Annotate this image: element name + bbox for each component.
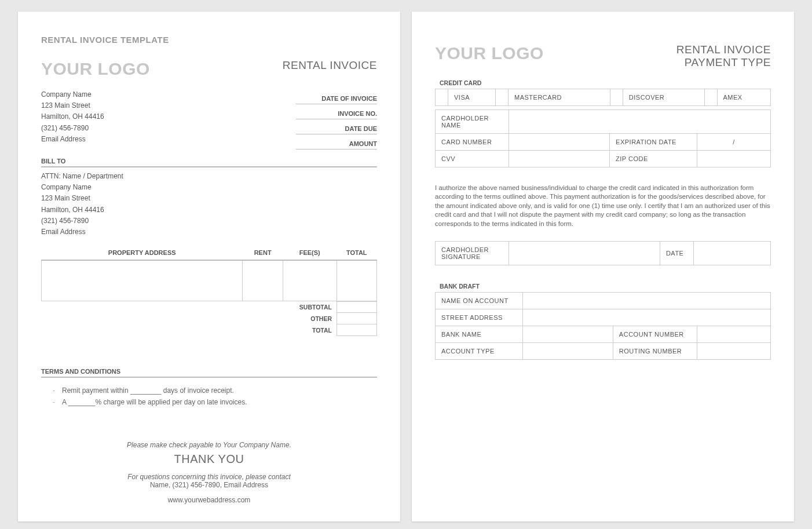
input-expiration-date[interactable]: / [697, 133, 770, 150]
table-row [42, 260, 377, 301]
input-routing-number[interactable] [697, 343, 770, 360]
label-subtotal: SUBTOTAL [295, 301, 336, 313]
card-type-row: VISA MASTERCARD DISCOVER AMEX [435, 89, 771, 106]
title-line-2: PAYMENT TYPE [685, 56, 771, 68]
from-email: Email Address [41, 134, 104, 145]
mastercard-checkbox[interactable] [496, 89, 509, 105]
bill-company: Company Name [41, 182, 377, 193]
bill-to-address: ATTN: Name / Department Company Name 123… [41, 171, 377, 238]
bill-to-label: BILL TO [41, 158, 377, 167]
input-card-number[interactable] [509, 133, 610, 150]
visa-label: VISA [448, 89, 496, 105]
bill-email: Email Address [41, 227, 377, 238]
amex-checkbox[interactable] [704, 89, 717, 105]
label-street-address: STREET ADDRESS [436, 309, 523, 326]
label-date-due: DATE DUE [296, 119, 377, 134]
label-account-number: ACCOUNT NUMBER [613, 326, 697, 343]
template-title: RENTAL INVOICE TEMPLATE [41, 35, 377, 45]
from-city: Hamilton, OH 44416 [41, 111, 104, 122]
input-cvv[interactable] [509, 150, 610, 167]
from-phone: (321) 456-7890 [41, 123, 104, 134]
label-signature-date: DATE [660, 242, 693, 265]
from-address: Company Name 123 Main Street Hamilton, O… [41, 89, 104, 149]
footer-contact-1: For questions concerning this invoice, p… [127, 473, 291, 481]
bill-street: 123 Main Street [41, 193, 377, 204]
visa-checkbox[interactable] [436, 89, 448, 105]
input-bank-name[interactable] [522, 326, 613, 343]
label-routing-number: ROUTING NUMBER [613, 343, 697, 360]
footer-block: Please make check payable to Your Compan… [41, 441, 377, 504]
value-subtotal[interactable] [336, 301, 377, 313]
value-other[interactable] [336, 313, 377, 324]
footer-payable: Please make check payable to Your Compan… [127, 441, 291, 449]
header-row-2: YOUR LOGO RENTAL INVOICE PAYMENT TYPE [435, 43, 771, 69]
cell-total[interactable] [336, 260, 377, 301]
bill-phone: (321) 456-7890 [41, 216, 377, 227]
footer-contact-2: Name, (321) 456-7890, Email Address [41, 481, 377, 489]
col-rent: RENT [243, 246, 283, 260]
bill-city: Hamilton, OH 44416 [41, 205, 377, 216]
document-title-2: RENTAL INVOICE PAYMENT TYPE [676, 43, 771, 69]
mastercard-label: MASTERCARD [509, 89, 610, 105]
label-cardholder-name: CARDHOLDER NAME [436, 110, 509, 133]
invoice-page-1: RENTAL INVOICE TEMPLATE YOUR LOGO RENTAL… [18, 12, 400, 521]
input-signature-date[interactable] [693, 242, 770, 265]
value-total[interactable] [336, 324, 377, 336]
credit-card-grid: CARDHOLDER NAME CARD NUMBER EXPIRATION D… [435, 110, 771, 167]
totals-block: SUBTOTAL OTHER TOTAL [41, 301, 377, 336]
from-company: Company Name [41, 89, 104, 100]
invoice-meta: DATE OF INVOICE INVOICE NO. DATE DUE AMO… [296, 89, 377, 149]
bank-draft-grid: NAME ON ACCOUNT STREET ADDRESS BANK NAME… [435, 292, 771, 360]
header-row: YOUR LOGO RENTAL INVOICE [41, 59, 377, 79]
input-account-type[interactable] [522, 343, 613, 360]
bill-attn: ATTN: Name / Department [41, 171, 377, 182]
cell-property-address[interactable] [42, 260, 243, 301]
from-street: 123 Main Street [41, 100, 104, 111]
document-title: RENTAL INVOICE [283, 59, 377, 72]
input-account-number[interactable] [697, 326, 770, 343]
input-name-on-account[interactable] [522, 293, 770, 309]
label-card-number: CARD NUMBER [436, 133, 509, 150]
input-cardholder-name[interactable] [509, 110, 771, 133]
input-street-address[interactable] [522, 309, 770, 326]
label-amount: AMOUNT [296, 134, 377, 149]
cell-fees[interactable] [283, 260, 336, 301]
terms-list: Remit payment within ________ days of in… [41, 386, 377, 406]
label-cvv: CVV [436, 150, 509, 167]
cell-rent[interactable] [243, 260, 283, 301]
footer-web: www.yourwebaddress.com [41, 496, 377, 504]
line-items-table: PROPERTY ADDRESS RENT FEE(S) TOTAL [41, 246, 377, 301]
logo-placeholder: YOUR LOGO [41, 59, 150, 79]
label-account-type: ACCOUNT TYPE [436, 343, 523, 360]
discover-checkbox[interactable] [610, 89, 623, 105]
label-zip-code: ZIP CODE [610, 150, 697, 167]
title-line-1: RENTAL INVOICE [676, 43, 771, 56]
label-name-on-account: NAME ON ACCOUNT [436, 293, 523, 309]
term-item: A _______% charge will be applied per da… [53, 398, 377, 406]
bank-draft-section-title: BANK DRAFT [440, 283, 771, 290]
label-bank-name: BANK NAME [436, 326, 523, 343]
terms-title: TERMS AND CONDITIONS [41, 368, 377, 378]
footer-thank-you: THANK YOU [41, 453, 377, 466]
authorization-text: I authorize the above named business/ind… [435, 184, 771, 229]
logo-placeholder-2: YOUR LOGO [435, 43, 544, 63]
label-other: OTHER [306, 313, 336, 324]
invoice-page-2: YOUR LOGO RENTAL INVOICE PAYMENT TYPE CR… [412, 12, 794, 521]
input-zip-code[interactable] [697, 150, 770, 167]
discover-label: DISCOVER [623, 89, 704, 105]
input-cardholder-signature[interactable] [509, 242, 660, 265]
label-total: TOTAL [308, 324, 336, 336]
col-property-address: PROPERTY ADDRESS [42, 246, 243, 260]
label-invoice-no: INVOICE NO. [296, 104, 377, 119]
term-item: Remit payment within ________ days of in… [53, 386, 377, 395]
label-date-of-invoice: DATE OF INVOICE [296, 89, 377, 104]
col-fees: FEE(S) [283, 246, 336, 260]
signature-grid: CARDHOLDER SIGNATURE DATE [435, 241, 771, 265]
credit-card-section-title: CREDIT CARD [440, 79, 771, 86]
label-expiration-date: EXPIRATION DATE [610, 133, 697, 150]
label-cardholder-signature: CARDHOLDER SIGNATURE [436, 242, 509, 265]
amex-label: AMEX [717, 89, 770, 105]
from-meta-row: Company Name 123 Main Street Hamilton, O… [41, 89, 377, 149]
col-total: TOTAL [336, 246, 377, 260]
